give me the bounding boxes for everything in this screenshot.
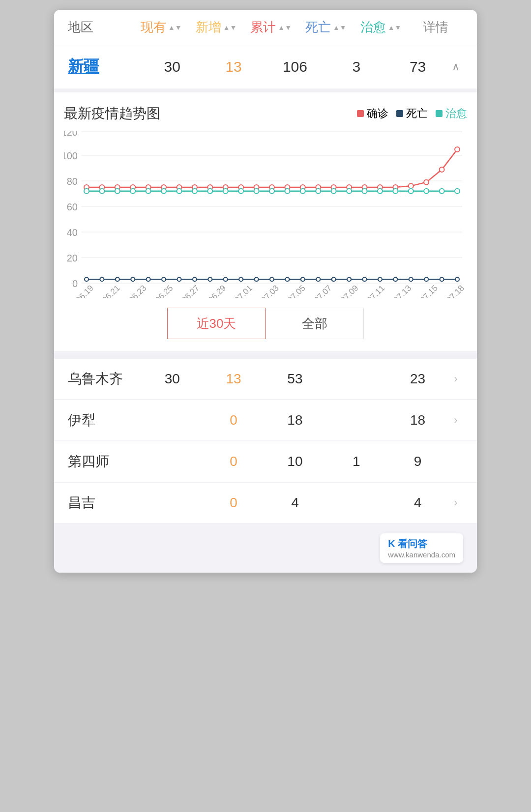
legend-healed-label: 治愈 (445, 106, 467, 121)
svg-text:07.11: 07.11 (365, 283, 387, 298)
svg-point-48 (223, 189, 228, 194)
col-xinzeng[interactable]: 新增 ▲▼ (189, 19, 244, 36)
svg-point-38 (455, 147, 460, 152)
sort-arrows-leiji: ▲▼ (278, 24, 292, 31)
chart-canvas: 0 20 40 60 80 100 120 06 (64, 131, 467, 298)
svg-text:06.27: 06.27 (180, 283, 202, 298)
svg-point-87 (440, 277, 444, 281)
svg-point-74 (239, 277, 243, 281)
subregion-name-0: 乌鲁木齐 (68, 370, 142, 388)
col-xianyou-label: 现有 (141, 19, 166, 36)
btn-all[interactable]: 全部 (266, 308, 364, 339)
svg-point-63 (455, 189, 460, 194)
svg-point-45 (177, 189, 182, 194)
table-row[interactable]: 伊犁 0 18 18 › (54, 400, 477, 441)
table-row: 第四师 0 10 1 9 (54, 441, 477, 482)
app-container: 地区 现有 ▲▼ 新增 ▲▼ 累计 ▲▼ 死亡 ▲▼ 治愈 ▲▼ 详情 新疆 3… (54, 10, 477, 573)
svg-point-76 (270, 277, 274, 281)
svg-text:07.07: 07.07 (312, 283, 334, 298)
row-chevron-3[interactable]: › (448, 496, 463, 509)
col-region: 地区 (68, 19, 134, 36)
col-leiji[interactable]: 累计 ▲▼ (243, 19, 298, 36)
row-chevron-0[interactable]: › (448, 373, 463, 385)
subregion-name-1: 伊犁 (68, 411, 142, 430)
main-region-row[interactable]: 新疆 30 13 106 3 73 ∧ (54, 45, 477, 92)
svg-point-78 (301, 277, 305, 281)
svg-point-65 (100, 277, 104, 281)
svg-text:07.15: 07.15 (418, 283, 440, 298)
svg-point-39 (84, 189, 89, 194)
watermark-area: K 看问答 www.kanwenda.com (54, 523, 477, 573)
col-siwang-label: 死亡 (305, 19, 331, 36)
svg-point-86 (424, 277, 428, 281)
expand-chevron[interactable]: ∧ (448, 60, 463, 73)
col-leiji-label: 累计 (250, 19, 276, 36)
svg-text:06.21: 06.21 (100, 283, 122, 298)
svg-text:80: 80 (67, 176, 78, 187)
healed-line (84, 189, 460, 194)
table-row[interactable]: 乌鲁木齐 30 13 53 23 › (54, 359, 477, 400)
sort-arrows-xianyou: ▲▼ (168, 24, 182, 31)
svg-point-51 (269, 189, 274, 194)
svg-point-79 (316, 277, 320, 281)
subregion-zhiyu-3: 4 (387, 495, 448, 511)
col-xianyou[interactable]: 现有 ▲▼ (134, 19, 189, 36)
col-zhiyu[interactable]: 治愈 ▲▼ (354, 19, 409, 36)
legend-death: 死亡 (396, 106, 428, 121)
subregion-siwang-2: 1 (325, 454, 387, 469)
main-region-name[interactable]: 新疆 (68, 56, 142, 78)
legend-confirmed-label: 确诊 (367, 106, 388, 121)
main-xianyou: 30 (142, 58, 203, 75)
chart-legend: 确诊 死亡 治愈 (357, 106, 467, 121)
legend-confirmed-dot (357, 110, 364, 117)
svg-point-54 (316, 189, 321, 194)
subregion-name-3: 昌吉 (68, 493, 142, 512)
chart-section: 最新疫情趋势图 确诊 死亡 治愈 0 20 (54, 92, 477, 351)
svg-point-58 (378, 189, 383, 194)
svg-point-49 (238, 189, 243, 194)
col-detail: 详情 (408, 19, 463, 36)
svg-point-84 (393, 277, 397, 281)
subregion-xinzeng-0: 13 (203, 371, 265, 387)
legend-healed: 治愈 (436, 106, 467, 121)
subregion-name-2: 第四师 (68, 452, 142, 471)
svg-point-83 (378, 277, 382, 281)
table-row[interactable]: 昌吉 0 4 4 › (54, 483, 477, 523)
svg-text:07.03: 07.03 (259, 283, 281, 298)
col-zhiyu-label: 治愈 (360, 19, 386, 36)
row-chevron-1[interactable]: › (448, 414, 463, 427)
watermark-logo: K 看问答 (388, 537, 455, 551)
chart-header: 最新疫情趋势图 确诊 死亡 治愈 (64, 104, 467, 123)
subregion-leiji-0: 53 (265, 371, 326, 387)
svg-point-50 (254, 189, 259, 194)
svg-text:07.13: 07.13 (392, 283, 413, 298)
svg-point-62 (440, 189, 444, 194)
svg-text:120: 120 (64, 131, 78, 138)
svg-point-56 (347, 189, 352, 194)
subregion-zhiyu-1: 18 (387, 412, 448, 428)
svg-point-46 (192, 189, 197, 194)
legend-confirmed: 确诊 (357, 106, 388, 121)
svg-point-80 (332, 277, 336, 281)
svg-point-68 (147, 277, 150, 281)
svg-point-52 (285, 189, 290, 194)
legend-death-label: 死亡 (406, 106, 428, 121)
svg-text:06.25: 06.25 (153, 283, 175, 298)
svg-point-59 (393, 189, 398, 194)
separator-1 (54, 355, 477, 359)
svg-text:0: 0 (72, 278, 78, 289)
subregion-list: 乌鲁木齐 30 13 53 23 › 伊犁 0 18 18 › 第四师 0 10… (54, 359, 477, 523)
col-siwang[interactable]: 死亡 ▲▼ (298, 19, 354, 36)
svg-point-47 (207, 189, 212, 194)
svg-point-75 (255, 277, 259, 281)
svg-text:07.09: 07.09 (339, 283, 360, 298)
svg-point-69 (162, 277, 166, 281)
subregion-xinzeng-3: 0 (203, 495, 265, 511)
table-header: 地区 现有 ▲▼ 新增 ▲▼ 累计 ▲▼ 死亡 ▲▼ 治愈 ▲▼ 详情 (54, 10, 477, 45)
btn-30days[interactable]: 近30天 (167, 308, 266, 339)
watermark: K 看问答 www.kanwenda.com (380, 533, 463, 563)
watermark-url: www.kanwenda.com (388, 551, 455, 559)
svg-point-40 (99, 189, 104, 194)
sort-arrows-siwang: ▲▼ (333, 24, 347, 31)
main-xinzeng: 13 (203, 58, 265, 75)
